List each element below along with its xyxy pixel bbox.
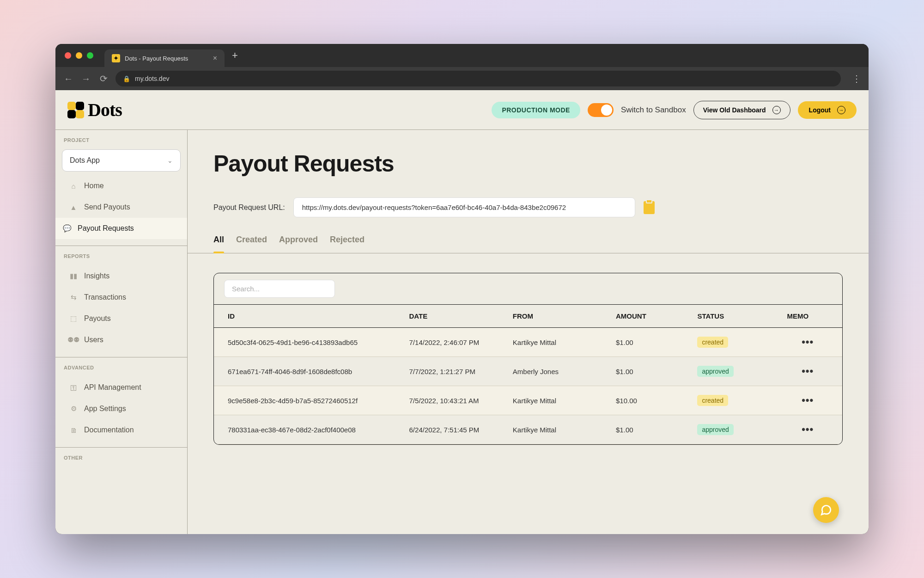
gear-icon: ⚙ [69, 405, 78, 413]
close-tab-button[interactable]: × [213, 54, 217, 62]
sidebar-item-users[interactable]: ⚉⚉ Users [62, 329, 181, 350]
browser-tab[interactable]: ✦ Dots - Payout Requests × [104, 49, 225, 67]
cell-status: approved [683, 415, 773, 444]
row-actions-button[interactable]: ••• [773, 328, 842, 357]
chat-icon [820, 504, 832, 516]
sidebar-item-label: Payout Requests [78, 224, 134, 233]
payout-url-label: Payout Request URL: [213, 203, 285, 212]
back-button[interactable]: ← [63, 74, 74, 84]
col-memo: MEMO [773, 305, 842, 328]
sidebar-item-label: App Settings [84, 405, 126, 413]
window-controls [63, 52, 93, 59]
maximize-window-button[interactable] [87, 52, 93, 59]
table-row[interactable]: 5d50c3f4-0625-49d1-be96-c413893adb65 7/1… [214, 328, 842, 357]
page-title: Payout Requests [213, 150, 843, 177]
cell-from: Kartikye Mittal [499, 386, 602, 415]
home-icon: ⌂ [69, 182, 78, 190]
app-root: Dots PRODUCTION MODE Switch to Sandbox V… [55, 90, 869, 534]
close-window-button[interactable] [65, 52, 71, 59]
browser-tab-bar: ✦ Dots - Payout Requests × + [55, 44, 869, 67]
doc-icon: 🗎 [69, 426, 78, 434]
sidebar-item-documentation[interactable]: 🗎 Documentation [62, 419, 181, 441]
lock-icon: 🔒 [123, 75, 130, 82]
environment-toggle[interactable] [588, 103, 614, 117]
row-actions-button[interactable]: ••• [773, 386, 842, 415]
arrow-right-icon: → [837, 106, 845, 114]
logout-label: Logout [809, 106, 831, 114]
col-status: STATUS [683, 305, 773, 328]
cell-status: approved [683, 357, 773, 386]
search-input[interactable] [224, 280, 335, 298]
payout-icon: ⬚ [69, 314, 78, 323]
sidebar-item-payouts[interactable]: ⬚ Payouts [62, 308, 181, 329]
cell-from: Amberly Jones [499, 357, 602, 386]
refresh-icon: ⇆ [69, 293, 78, 301]
col-from: FROM [499, 305, 602, 328]
cell-id: 780331aa-ec38-467e-08d2-2acf0f400e08 [214, 415, 395, 444]
table-row[interactable]: 9c9e58e8-2b3c-4d59-b7a5-85272460512f 7/5… [214, 386, 842, 415]
sidebar-item-insights[interactable]: ▮▮ Insights [62, 265, 181, 287]
copy-url-button[interactable] [644, 201, 655, 214]
app-body: PROJECT Dots App ⌄ ⌂ Home ▲ Send Payouts [55, 130, 869, 534]
logout-button[interactable]: Logout → [798, 101, 857, 119]
tab-all[interactable]: All [213, 235, 224, 253]
key-icon: ⚿ [69, 383, 78, 392]
arrow-right-icon: → [772, 106, 781, 114]
tab-created[interactable]: Created [236, 235, 267, 253]
filter-tabs: All Created Approved Rejected [188, 235, 869, 253]
cell-from: Kartikye Mittal [499, 328, 602, 357]
minimize-window-button[interactable] [76, 52, 82, 59]
sidebar-section-other: OTHER [62, 455, 181, 461]
address-bar-row: ← → ⟳ 🔒 my.dots.dev ⋮ [55, 67, 869, 90]
tab-approved[interactable]: Approved [279, 235, 318, 253]
cell-amount: $1.00 [602, 328, 683, 357]
cell-status: created [683, 386, 773, 415]
tab-rejected[interactable]: Rejected [330, 235, 365, 253]
table-row[interactable]: 671ea671-74ff-4046-8d9f-1608de8fc08b 7/7… [214, 357, 842, 386]
sidebar-item-label: Send Payouts [84, 203, 130, 211]
address-bar[interactable]: 🔒 my.dots.dev [116, 71, 841, 86]
sidebar-item-transactions[interactable]: ⇆ Transactions [62, 287, 181, 308]
sidebar-item-label: API Management [84, 383, 141, 392]
send-icon: ▲ [69, 203, 78, 211]
requests-table: ID DATE FROM AMOUNT STATUS MEMO 5d50c3f4… [214, 305, 842, 444]
sidebar-item-label: Insights [84, 272, 109, 280]
row-actions-button[interactable]: ••• [773, 415, 842, 444]
payout-url-input[interactable] [293, 197, 635, 217]
sidebar-item-api-management[interactable]: ⚿ API Management [62, 377, 181, 398]
new-tab-button[interactable]: + [232, 49, 238, 61]
cell-date: 7/5/2022, 10:43:21 AM [395, 386, 499, 415]
requests-table-card: ID DATE FROM AMOUNT STATUS MEMO 5d50c3f4… [213, 273, 843, 445]
sidebar-section-project: PROJECT [62, 137, 181, 143]
users-icon: ⚉⚉ [69, 336, 78, 344]
table-row[interactable]: 780331aa-ec38-467e-08d2-2acf0f400e08 6/2… [214, 415, 842, 444]
cell-from: Kartikye Mittal [499, 415, 602, 444]
tab-title: Dots - Payout Requests [125, 55, 208, 62]
sidebar-item-send-payouts[interactable]: ▲ Send Payouts [62, 197, 181, 218]
logo-icon [67, 102, 84, 118]
cell-amount: $1.00 [602, 357, 683, 386]
chat-widget-button[interactable] [813, 497, 839, 523]
chat-icon: 💬 [63, 224, 71, 233]
sidebar-item-app-settings[interactable]: ⚙ App Settings [62, 398, 181, 419]
payout-url-row: Payout Request URL: [213, 197, 843, 217]
logo[interactable]: Dots [67, 99, 122, 121]
chart-icon: ▮▮ [69, 272, 78, 280]
project-selector[interactable]: Dots App ⌄ [62, 149, 181, 172]
view-old-dashboard-button[interactable]: View Old Dashboard → [693, 101, 790, 119]
browser-menu-button[interactable]: ⋮ [852, 73, 861, 84]
sidebar-item-home[interactable]: ⌂ Home [62, 175, 181, 197]
favicon-icon: ✦ [112, 54, 120, 62]
sidebar-section-advanced: ADVANCED [62, 365, 181, 370]
sidebar-item-label: Payouts [84, 314, 111, 323]
sidebar-item-label: Transactions [84, 293, 126, 301]
cell-id: 9c9e58e8-2b3c-4d59-b7a5-85272460512f [214, 386, 395, 415]
forward-button[interactable]: → [80, 74, 91, 84]
sidebar-section-reports: REPORTS [62, 253, 181, 259]
switch-sandbox-label: Switch to Sandbox [621, 105, 686, 115]
sidebar-item-label: Users [84, 336, 103, 344]
sidebar-item-payout-requests[interactable]: 💬 Payout Requests [55, 218, 188, 239]
row-actions-button[interactable]: ••• [773, 357, 842, 386]
reload-button[interactable]: ⟳ [98, 73, 109, 84]
col-id: ID [214, 305, 395, 328]
